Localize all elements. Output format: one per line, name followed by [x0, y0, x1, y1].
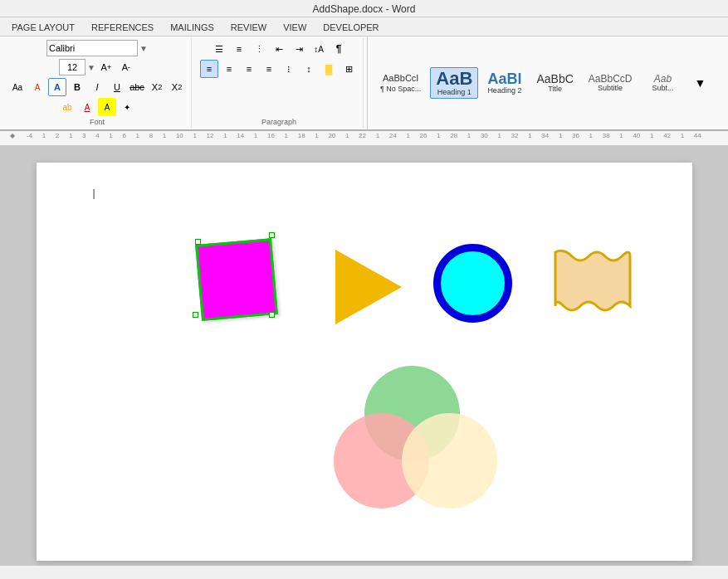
shape-square-handle-br[interactable]: [269, 312, 275, 318]
ribbon-toolbar: ▼ ▼ A+ A- Aa A A B I U abc X2 X2: [0, 36, 728, 131]
font-size-input[interactable]: [59, 59, 86, 75]
ruler-indicator: ◆: [10, 132, 15, 139]
shape-square[interactable]: [195, 238, 278, 321]
italic-button[interactable]: I: [88, 78, 106, 96]
ribbon-left-groups: ▼ ▼ A+ A- Aa A A B I U abc X2 X2: [0, 36, 368, 129]
text-highlight-button[interactable]: ab: [58, 98, 76, 116]
style-heading2[interactable]: AaBl Heading 2: [481, 69, 527, 97]
style-title-label: Title: [548, 85, 562, 93]
style-heading1-label: Heading 1: [437, 88, 471, 96]
show-formatting-button[interactable]: ¶: [330, 40, 348, 58]
clear-format-button[interactable]: A: [28, 78, 46, 96]
styles-more-button[interactable]: ▼: [691, 74, 709, 92]
style-title-preview: AaBbC: [536, 73, 573, 85]
style-subtitle[interactable]: AaBbCcD Subtitle: [583, 71, 638, 95]
decrease-indent-button[interactable]: ⇤: [270, 40, 288, 58]
font-color-fill-button[interactable]: A: [98, 98, 116, 116]
shapes-container: [70, 196, 659, 544]
increase-indent-button[interactable]: ⇥: [290, 40, 308, 58]
ruler: ◆ -4121 3416 18110 112114 116118 120122 …: [0, 131, 728, 146]
paragraph-group: ☰ ≡ ⋮ ⇤ ⇥ ↕A ¶ ≡ ≡ ≡ ≡ ⫶ ↕ ▓ ⊞: [195, 38, 364, 128]
shape-circle[interactable]: [433, 244, 512, 323]
style-title[interactable]: AaBbC Title: [530, 71, 579, 95]
style-heading1-preview: AaB: [436, 70, 472, 88]
style-subtle-preview: Aab: [654, 74, 672, 84]
strikethrough-button[interactable]: abc: [128, 78, 146, 96]
tab-view[interactable]: VIEW: [275, 19, 315, 36]
document-page[interactable]: |: [37, 163, 692, 561]
subscript-button[interactable]: X2: [148, 78, 166, 96]
multilevel-button[interactable]: ⋮: [250, 40, 268, 58]
ribbon-tabs: PAGE LAYOUT REFERENCES MAILINGS REVIEW V…: [0, 17, 728, 36]
superscript-button[interactable]: X2: [168, 78, 186, 96]
title-bar: AddShape.docx - Word: [0, 0, 728, 17]
style-no-spacing-preview: AaBbCcI: [383, 73, 418, 84]
shape-triangle[interactable]: [335, 250, 402, 324]
style-subtle-label: Subt...: [652, 84, 673, 92]
document-area: |: [0, 146, 728, 566]
para-row2: ≡ ≡ ≡ ≡ ⫶ ↕ ▓ ⊞: [200, 60, 358, 78]
tab-developer[interactable]: DEVELOPER: [315, 19, 387, 36]
shape-square-handle-bl[interactable]: [193, 312, 198, 318]
font-name-input[interactable]: [46, 40, 138, 56]
ruler-marks: -4121 3416 18110 112114 116118 120122 12…: [5, 132, 723, 139]
title-bar-text: AddShape.docx - Word: [313, 3, 416, 15]
justify-button[interactable]: ≡: [260, 60, 278, 78]
bold-button[interactable]: B: [68, 78, 86, 96]
line-spacing-button[interactable]: ↕: [300, 60, 318, 78]
ruler-inner: ◆ -4121 3416 18110 112114 116118 120122 …: [5, 132, 723, 145]
text-effect-button[interactable]: A: [48, 78, 66, 96]
align-center-button[interactable]: ≡: [220, 60, 238, 78]
font-size-row: ▼ A+ A-: [59, 58, 135, 76]
align-right-button[interactable]: ≡: [240, 60, 258, 78]
style-heading1[interactable]: AaB Heading 1: [430, 67, 478, 99]
align-left-button[interactable]: ≡: [200, 60, 218, 78]
paragraph-group-label: Paragraph: [261, 116, 296, 126]
underline-button[interactable]: U: [108, 78, 126, 96]
borders-button[interactable]: ⊞: [340, 60, 358, 78]
style-subtle[interactable]: Aab Subt...: [641, 71, 684, 95]
font-group: ▼ ▼ A+ A- Aa A A B I U abc X2 X2: [3, 38, 192, 128]
column-layout-button[interactable]: ⫶: [280, 60, 298, 78]
overlap-circle-cream[interactable]: [402, 413, 497, 508]
style-subtitle-label: Subtitle: [598, 84, 623, 92]
shape-square-handle-tl[interactable]: [195, 239, 201, 245]
font-size-chevron[interactable]: ▼: [87, 63, 95, 72]
font-style-row: Aa A A B I U abc X2 X2: [8, 78, 186, 96]
font-group-label: Font: [90, 116, 105, 126]
sort-button[interactable]: ↕A: [310, 40, 328, 58]
font-color-row: ab A A ✦: [58, 98, 136, 116]
para-row1: ☰ ≡ ⋮ ⇤ ⇥ ↕A ¶: [210, 40, 348, 58]
style-no-spacing-label: ¶ No Spac...: [380, 85, 421, 93]
change-case-button[interactable]: Aa: [8, 78, 27, 96]
shape-flag[interactable]: [547, 244, 638, 327]
numbering-button[interactable]: ≡: [230, 40, 248, 58]
bullets-button[interactable]: ☰: [210, 40, 228, 58]
style-no-spacing[interactable]: AaBbCcI ¶ No Spac...: [374, 71, 427, 95]
tab-review[interactable]: REVIEW: [222, 19, 275, 36]
styles-group: AaBbCcI ¶ No Spac... AaB Heading 1 AaBl …: [368, 36, 728, 129]
font-shrink-button[interactable]: A-: [117, 58, 135, 76]
style-subtitle-preview: AaBbCcD: [589, 74, 633, 84]
shape-square-handle-tr[interactable]: [269, 232, 275, 238]
font-name-chevron[interactable]: ▼: [139, 44, 148, 53]
tab-mailings[interactable]: MAILINGS: [162, 19, 222, 36]
tab-references[interactable]: REFERENCES: [83, 19, 162, 36]
font-name-row: ▼: [46, 40, 148, 56]
shading-button[interactable]: ▓: [320, 60, 338, 78]
style-heading2-preview: AaBl: [487, 71, 521, 86]
font-grow-button[interactable]: A+: [97, 58, 115, 76]
tab-page-layout[interactable]: PAGE LAYOUT: [3, 19, 83, 36]
text-effects-2-button[interactable]: ✦: [118, 98, 136, 116]
font-color-button[interactable]: A: [78, 98, 96, 116]
style-heading2-label: Heading 2: [487, 86, 521, 95]
